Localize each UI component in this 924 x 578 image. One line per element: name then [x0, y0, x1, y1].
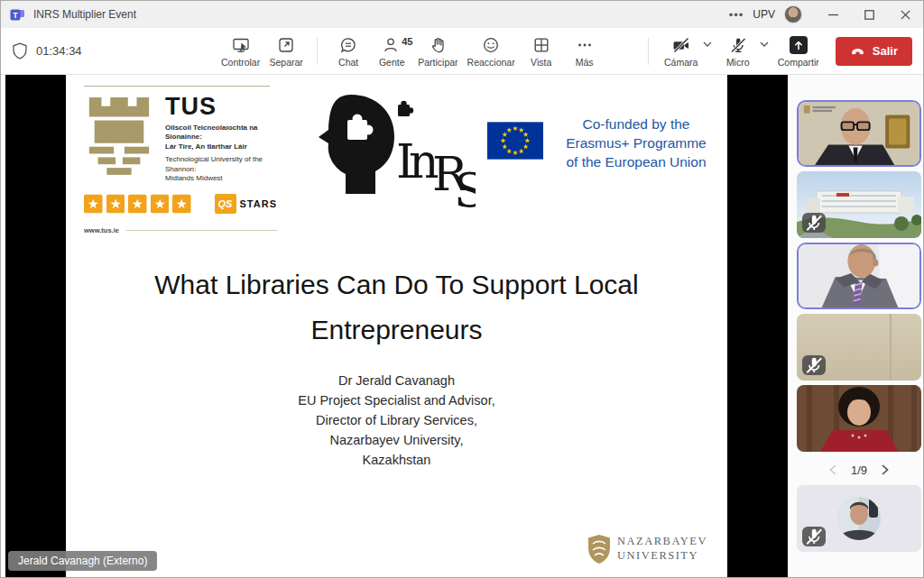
control-label: Controlar — [221, 57, 260, 68]
participant-video[interactable] — [797, 385, 921, 452]
qs-stars-rating: QS STARS — [84, 194, 277, 214]
camera-chevron-icon[interactable] — [703, 41, 712, 47]
qs-logo: QS — [215, 194, 236, 214]
mic-chevron-icon[interactable] — [760, 41, 769, 47]
participant-video[interactable] — [797, 171, 921, 238]
share-icon — [790, 36, 808, 54]
mic-off-icon — [802, 355, 826, 375]
participant-video-frame — [797, 385, 921, 452]
react-button[interactable]: Reaccionar — [464, 34, 519, 68]
people-icon — [383, 36, 401, 54]
chevron-left-icon[interactable] — [829, 464, 836, 475]
close-button[interactable] — [887, 1, 923, 28]
eu-funding-line1: Co-funded by the — [552, 115, 720, 133]
tus-divider-line — [126, 230, 277, 231]
react-label: Reaccionar — [467, 57, 515, 68]
camera-off-icon — [672, 36, 690, 54]
speaker-line: EU Project Specialist and Advisor, — [66, 390, 727, 410]
chat-button[interactable]: Chat — [328, 34, 369, 68]
grid-view-icon — [532, 36, 550, 54]
more-actions-button[interactable]: Más — [564, 34, 605, 68]
chevron-right-icon[interactable] — [882, 464, 889, 475]
slide-title-line1: What Libraries Can Do To Support Local — [66, 262, 727, 307]
mic-off-badge — [802, 527, 826, 546]
timer-label: 01:34:34 — [36, 44, 82, 58]
titlebar: T INRS Multiplier Event ••• UPV — [1, 1, 923, 28]
speaker-line: Kazakhstan — [66, 450, 727, 470]
eu-funding-line2: Erasmus+ Programme — [552, 133, 720, 152]
participant-video-frame — [799, 244, 919, 307]
tus-english-line2: Midlands Midwest — [165, 174, 277, 183]
toolbar-right: Cámara Micro Compartir Salir — [640, 34, 912, 68]
popout-button[interactable]: Separar — [265, 34, 307, 68]
inrs-logo: I n R S — [297, 89, 476, 216]
shield-icon — [12, 42, 28, 60]
share-label: Compartir — [778, 57, 819, 68]
tenant-label: UPV — [753, 8, 775, 21]
chat-icon — [339, 36, 357, 54]
mic-button[interactable]: Micro — [717, 34, 759, 68]
presenter-name-badge: Jerald Cavanagh (Externo) — [8, 551, 157, 571]
mic-off-badge — [802, 213, 826, 233]
more-actions-label: Más — [576, 57, 594, 68]
speaker-details: Dr Jerald Cavanagh EU Project Specialist… — [66, 371, 727, 470]
star-icon — [128, 194, 147, 214]
participant-video[interactable] — [797, 485, 921, 552]
toolbar-divider — [648, 38, 649, 65]
tus-website: www.tus.ie — [84, 226, 119, 234]
maximize-button[interactable] — [851, 1, 887, 28]
window-title: INRS Multiplier Event — [33, 8, 136, 21]
raised-hand-icon — [429, 36, 447, 54]
view-label: Vista — [531, 57, 551, 68]
star-icon — [84, 194, 103, 214]
hangup-icon — [850, 47, 865, 55]
camera-button[interactable]: Cámara — [661, 34, 702, 68]
participants-sidebar: 1/9 — [788, 75, 924, 577]
tus-logo: TUS Ollscoil Teicneolaíochta na Sionainn… — [84, 86, 277, 234]
page-indicator: 1/9 — [851, 463, 867, 477]
ellipsis-icon — [576, 36, 594, 54]
profile-avatar[interactable] — [784, 5, 802, 23]
tus-wordmark: TUS — [165, 95, 277, 119]
monitor-cursor-icon — [232, 36, 250, 54]
participant-video[interactable] — [797, 100, 921, 167]
people-label: Gente — [379, 57, 405, 68]
participant-video[interactable] — [797, 314, 921, 381]
minimize-button[interactable] — [815, 1, 851, 28]
mic-off-badge — [802, 355, 826, 375]
share-button[interactable]: Compartir — [774, 34, 823, 68]
meeting-main: TUS Ollscoil Teicneolaíochta na Sionainn… — [1, 75, 923, 577]
chat-label: Chat — [338, 57, 358, 68]
star-icon — [106, 194, 125, 214]
tus-irish-line2: Lár Tíre, An tIarthar Láir — [165, 142, 277, 151]
erasmus-logo: Co-funded by the Erasmus+ Programme of t… — [487, 115, 720, 171]
leave-button[interactable]: Salir — [836, 37, 912, 66]
toolbar-divider — [317, 38, 318, 65]
qs-stars-label: STARS — [240, 198, 277, 209]
eu-funding-line3: of the European Union — [552, 152, 720, 171]
shared-slide: TUS Ollscoil Teicneolaíochta na Sionainn… — [66, 75, 727, 577]
inrs-letter: S — [454, 163, 476, 216]
slide-title: What Libraries Can Do To Support Local E… — [66, 262, 727, 353]
svg-text:T: T — [13, 10, 18, 19]
meeting-timer: 01:34:34 — [12, 42, 183, 60]
raise-hand-button[interactable]: Participar — [414, 34, 461, 68]
nazarbayev-logo: NAZARBAYEV UNIVERSITY — [587, 534, 707, 564]
star-icon — [151, 194, 170, 214]
control-button[interactable]: Controlar — [217, 34, 263, 68]
people-button[interactable]: 45 Gente — [371, 34, 412, 68]
nu-name-line2: UNIVERSITY — [617, 549, 707, 564]
participant-video[interactable] — [797, 243, 921, 309]
speaker-line: Director of Library Services, — [66, 410, 727, 430]
participant-count-badge: 45 — [402, 36, 412, 47]
popout-label: Separar — [270, 57, 303, 68]
star-icon — [172, 194, 191, 214]
view-button[interactable]: Vista — [521, 34, 562, 68]
slide-title-line2: Entrepreneurs — [66, 307, 727, 353]
leave-label: Salir — [873, 44, 898, 58]
mic-label: Micro — [726, 57, 750, 68]
mic-off-icon — [802, 527, 826, 546]
titlebar-more-icon[interactable]: ••• — [720, 8, 753, 22]
tus-english-line1: Technological University of the Shannon: — [165, 155, 277, 174]
presentation-stage: TUS Ollscoil Teicneolaíochta na Sionainn… — [5, 75, 788, 577]
